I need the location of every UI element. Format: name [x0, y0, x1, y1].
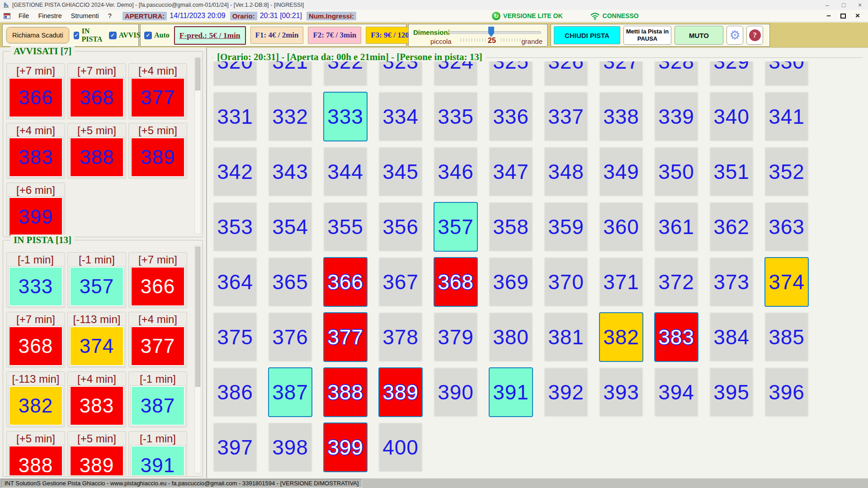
rink-tile-375[interactable]: 375	[213, 312, 257, 362]
rink-tile-395[interactable]: 395	[709, 367, 754, 417]
scrollbar-thumb[interactable]	[195, 58, 200, 90]
auto-checkbox[interactable]: ✓ Auto	[144, 31, 170, 39]
size-slider[interactable]	[448, 31, 541, 34]
rink-tile-342[interactable]: 342	[213, 147, 257, 197]
rink-tile-383[interactable]: 383	[654, 312, 698, 362]
rink-tile-368[interactable]: 368	[434, 257, 478, 307]
in-pista-scrollbar[interactable]	[194, 246, 201, 474]
rink-tile-350[interactable]: 350	[654, 147, 698, 197]
rink-tile-330[interactable]: 330	[764, 61, 809, 86]
rink-tile-340[interactable]: 340	[709, 92, 754, 141]
rink-tile-370[interactable]: 370	[544, 257, 588, 307]
rink-tile-346[interactable]: 346	[434, 147, 478, 197]
rink-tile-369[interactable]: 369	[489, 257, 533, 307]
rink-tile-378[interactable]: 378	[378, 312, 423, 362]
rink-tile-400[interactable]: 400	[378, 422, 423, 472]
rink-tile-361[interactable]: 361	[654, 202, 698, 252]
in-pista-checkbox[interactable]: ✓ IN PISTA	[74, 27, 104, 43]
child-minimize-icon[interactable]: –	[822, 11, 835, 20]
rink-tile-343[interactable]: 343	[268, 147, 312, 197]
rink-tile-376[interactable]: 376	[268, 312, 312, 362]
child-restore-icon[interactable]	[836, 11, 850, 20]
rink-tile-373[interactable]: 373	[709, 257, 754, 307]
rink-tile-379[interactable]: 379	[434, 312, 478, 362]
person-tile-333[interactable]: [-1 min]333	[6, 252, 65, 308]
rink-tile-365[interactable]: 365	[268, 257, 312, 307]
person-tile-383[interactable]: [+4 min]383	[6, 123, 65, 179]
rink-tile-377[interactable]: 377	[323, 312, 368, 362]
rink-tile-386[interactable]: 386	[213, 367, 257, 417]
rink-tile-326[interactable]: 326	[544, 61, 588, 86]
chiudi-pista-button[interactable]: CHIUDI PISTA	[554, 26, 620, 44]
rink-tile-360[interactable]: 360	[599, 202, 643, 252]
tariff-f2-button[interactable]: F2: 7€ / 3min	[308, 27, 361, 44]
rink-tile-334[interactable]: 334	[378, 92, 423, 141]
rink-tile-366[interactable]: 366	[323, 257, 368, 307]
rink-tile-320[interactable]: 320	[213, 61, 257, 86]
rink-tile-348[interactable]: 348	[544, 147, 588, 197]
rink-tile-335[interactable]: 335	[434, 92, 478, 141]
person-tile-389[interactable]: [+5 min]389	[67, 431, 126, 475]
person-tile-374[interactable]: [-113 min]374	[67, 312, 126, 368]
menu-finestre[interactable]: Finestre	[33, 12, 66, 19]
rink-tile-356[interactable]: 356	[378, 202, 423, 252]
rink-tile-398[interactable]: 398	[268, 422, 312, 472]
rink-tile-331[interactable]: 331	[213, 92, 257, 141]
rink-tile-387[interactable]: 387	[268, 367, 312, 417]
person-tile-366[interactable]: [+7 min]366	[6, 63, 65, 119]
rink-tile-345[interactable]: 345	[378, 147, 423, 197]
person-tile-357[interactable]: [-1 min]357	[67, 252, 126, 308]
rink-tile-336[interactable]: 336	[489, 92, 533, 141]
rink-tile-353[interactable]: 353	[213, 202, 257, 252]
rink-tile-349[interactable]: 349	[599, 147, 643, 197]
scrollbar-thumb[interactable]	[195, 247, 200, 387]
rink-tile-337[interactable]: 337	[544, 92, 588, 141]
person-tile-377[interactable]: [+4 min]377	[128, 63, 187, 119]
rink-tile-391[interactable]: 391	[489, 367, 533, 417]
rink-tile-384[interactable]: 384	[709, 312, 754, 362]
rink-tile-355[interactable]: 355	[323, 202, 368, 252]
rink-tile-392[interactable]: 392	[544, 367, 588, 417]
mdi-document-icon[interactable]	[4, 13, 10, 19]
person-tile-366[interactable]: [+7 min]366	[128, 252, 187, 308]
person-tile-383[interactable]: [+4 min]383	[67, 371, 126, 427]
rink-tile-389[interactable]: 389	[378, 367, 423, 417]
person-tile-388[interactable]: [+5 min]388	[6, 431, 65, 475]
rink-tile-397[interactable]: 397	[213, 422, 257, 472]
rink-tile-381[interactable]: 381	[544, 312, 588, 362]
rink-tile-352[interactable]: 352	[764, 147, 809, 197]
avvisati-scrollbar[interactable]	[194, 57, 201, 234]
rink-tile-382[interactable]: 382	[599, 312, 643, 362]
size-slider-thumb[interactable]	[488, 27, 494, 37]
rink-tile-357[interactable]: 357	[434, 202, 478, 252]
rink-tile-396[interactable]: 396	[764, 367, 809, 417]
rink-tile-358[interactable]: 358	[489, 202, 533, 252]
rink-tile-333[interactable]: 333	[323, 92, 368, 141]
rink-tile-362[interactable]: 362	[709, 202, 754, 252]
rink-tile-393[interactable]: 393	[599, 367, 643, 417]
rink-tile-399[interactable]: 399	[323, 422, 368, 472]
rink-tile-363[interactable]: 363	[764, 202, 809, 252]
menu-file[interactable]: File	[14, 12, 33, 19]
person-tile-389[interactable]: [+5 min]389	[128, 123, 187, 179]
rink-tile-371[interactable]: 371	[599, 257, 643, 307]
person-tile-387[interactable]: [-1 min]387	[128, 371, 187, 427]
rink-tile-329[interactable]: 329	[709, 61, 754, 86]
rink-tile-364[interactable]: 364	[213, 257, 257, 307]
person-tile-368[interactable]: [+7 min]368	[67, 63, 126, 119]
menu-strumenti[interactable]: Strumenti	[66, 12, 104, 19]
rink-tile-324[interactable]: 324	[434, 61, 478, 86]
muto-button[interactable]: MUTO	[675, 26, 723, 45]
child-close-icon[interactable]: ×	[851, 11, 864, 20]
person-tile-382[interactable]: [-113 min]382	[6, 371, 65, 427]
rink-tile-321[interactable]: 321	[268, 61, 312, 86]
rink-tile-385[interactable]: 385	[764, 312, 809, 362]
rink-tile-338[interactable]: 338	[599, 92, 643, 141]
person-tile-391[interactable]: [-1 min]391	[128, 431, 187, 475]
restore-icon[interactable]: □	[835, 0, 852, 10]
rink-tile-344[interactable]: 344	[323, 147, 368, 197]
rink-tile-374[interactable]: 374	[764, 257, 809, 307]
tariff-fpred-button[interactable]: F-pred.: 5€ / 1min	[174, 26, 246, 45]
rink-tile-327[interactable]: 327	[599, 61, 643, 86]
person-tile-388[interactable]: [+5 min]388	[67, 123, 126, 179]
